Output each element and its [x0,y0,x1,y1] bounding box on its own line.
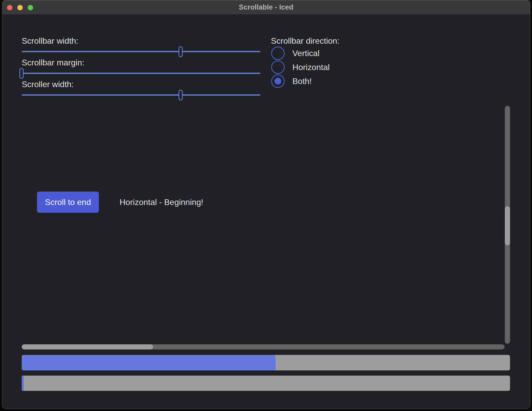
scroll-status-text: Horizontal - Beginning! [120,197,203,207]
radio-vertical-label[interactable]: Vertical [292,49,320,58]
app-window: Scrollable - Iced Scrollbar width: Scrol… [2,0,530,409]
radio-selected-dot [275,78,281,85]
maximize-icon[interactable] [28,5,33,10]
traffic-lights [7,0,33,15]
scrollbar-direction-label: Scrollbar direction: [271,36,339,45]
radio-both[interactable] [271,74,285,88]
scrollbar-width-label: Scrollbar width: [22,36,78,45]
radio-horizontal-label[interactable]: Horizontal [292,63,330,72]
radio-vertical[interactable] [271,47,285,60]
scroll-to-end-button[interactable]: Scroll to end [37,192,99,213]
scroller-width-label: Scroller width: [22,80,74,89]
window-title: Scrollable - Iced [239,3,293,11]
radio-both-label[interactable]: Both! [292,77,312,86]
vertical-progress-fill [22,376,24,391]
scroller-width-slider-handle[interactable] [179,90,183,101]
vertical-progress-track [22,376,510,391]
title-bar[interactable]: Scrollable - Iced [2,0,530,15]
horizontal-scrollbar-scroller[interactable] [22,344,153,349]
scrollbar-width-slider-handle[interactable] [179,46,183,57]
radio-horizontal[interactable] [271,60,285,74]
scroller-width-slider[interactable] [22,94,260,96]
horizontal-progress-fill [22,355,276,370]
vertical-scrollbar-scroller[interactable] [505,206,510,245]
scrollbar-margin-slider-handle[interactable] [19,68,24,79]
close-icon[interactable] [7,5,12,10]
scrollbar-margin-label: Scrollbar margin: [22,58,84,67]
scrollbar-width-slider[interactable] [22,51,260,52]
minimize-icon[interactable] [17,5,23,10]
scrollbar-margin-slider[interactable] [22,73,260,74]
